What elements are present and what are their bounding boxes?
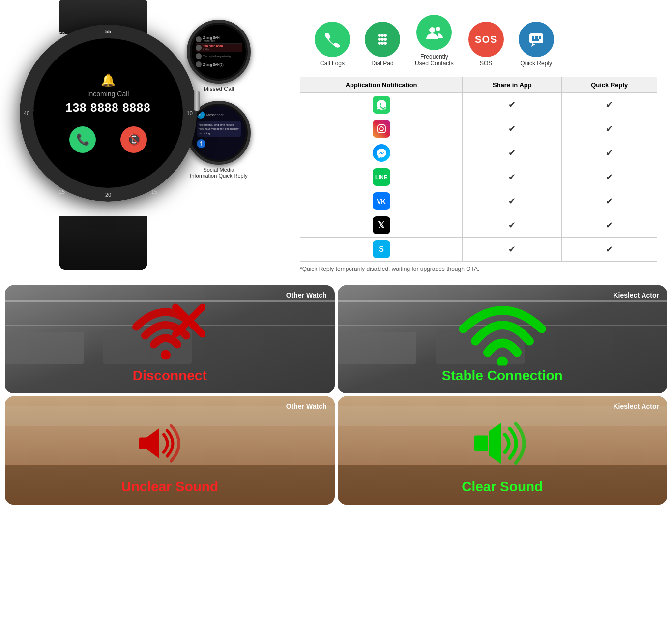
clear-sound-label: Clear Sound xyxy=(462,479,543,495)
speaker-mute-icon xyxy=(132,414,201,475)
table-row: ✔ ✔ xyxy=(300,93,657,117)
svg-point-9 xyxy=(429,27,435,33)
wifi-comparison-row: Other Watch Disconnect xyxy=(5,285,667,393)
top-section: 55 1 50 10 15 20 25 40 N E S W 🔔 Incom xyxy=(0,0,672,282)
svg-point-20 xyxy=(161,350,171,360)
watch-screen: 🔔 Incoming Call 138 8888 8888 📞 📵 xyxy=(33,38,183,188)
notification-table: Application Notification Share in App Qu… xyxy=(300,77,657,262)
table-row: ✔ ✔ xyxy=(300,141,657,165)
call-logs-label: Call Logs xyxy=(320,60,345,67)
incoming-call-label: Incoming Call xyxy=(88,90,129,98)
svg-point-1 xyxy=(381,34,384,37)
instagram-reply-check: ✔ xyxy=(562,117,657,141)
watch-container: 55 1 50 10 15 20 25 40 N E S W 🔔 Incom xyxy=(10,15,206,221)
table-header-reply: Quick Reply xyxy=(562,77,657,93)
whatsapp-share-check: ✔ xyxy=(463,93,562,117)
contacts-icon-item: FrequentlyUsed Contacts xyxy=(415,15,454,67)
table-row: S ✔ ✔ xyxy=(300,238,657,262)
svg-rect-26 xyxy=(474,436,488,451)
table-row: VK ✔ ✔ xyxy=(300,189,657,213)
speaker-comparison-row: Other Watch Unclear Sound xyxy=(5,396,667,505)
x-share-check: ✔ xyxy=(463,213,562,238)
x-reply-check: ✔ xyxy=(562,213,657,238)
quick-reply-icon-item: Quick Reply xyxy=(519,22,554,67)
watch-area: 55 1 50 10 15 20 25 40 N E S W 🔔 Incom xyxy=(5,10,290,277)
svg-rect-25 xyxy=(139,438,148,449)
kieslect-actor-sound-label: Kieslect Actor xyxy=(613,402,659,410)
table-header-share: Share in App xyxy=(463,77,562,93)
svg-point-4 xyxy=(381,38,384,41)
skype-share-check: ✔ xyxy=(463,238,562,262)
stable-wifi-icon xyxy=(458,297,547,368)
accept-call-button[interactable]: 📞 xyxy=(69,126,96,153)
table-row: 𝕏 ✔ ✔ xyxy=(300,213,657,238)
vk-reply-check: ✔ xyxy=(562,189,657,213)
contacts-label: FrequentlyUsed Contacts xyxy=(415,53,454,67)
svg-marker-12 xyxy=(531,43,535,47)
call-logs-icon xyxy=(315,22,350,57)
sos-icon: SOS xyxy=(468,22,504,57)
svg-point-2 xyxy=(384,34,387,37)
other-watch-sound-label: Other Watch xyxy=(286,402,327,410)
line-share-check: ✔ xyxy=(463,165,562,189)
social-media-label: Social MediaInformation Quick Reply xyxy=(190,167,247,179)
phone-number-display: 138 8888 8888 xyxy=(65,101,150,115)
line-logo: LINE xyxy=(373,168,390,186)
watch-bezel: 55 1 50 10 15 20 25 40 N E S W 🔔 Incom xyxy=(20,25,197,202)
line-reply-check: ✔ xyxy=(562,165,657,189)
sos-label: SOS xyxy=(480,60,492,67)
skype-logo: S xyxy=(373,240,390,258)
svg-point-0 xyxy=(378,34,381,37)
messenger-share-check: ✔ xyxy=(463,141,562,165)
instagram-logo xyxy=(373,120,390,138)
missed-call-watch: Zhang SAN Yesterday 138 6888 8888 in thi… xyxy=(187,20,251,92)
call-buttons: 📞 📵 xyxy=(69,126,147,153)
unclear-sound-label: Unclear Sound xyxy=(121,479,218,495)
disconnect-label: Disconnect xyxy=(133,368,207,384)
kieslect-actor-label-1: Kieslect Actor xyxy=(613,291,659,299)
decline-call-button[interactable]: 📵 xyxy=(120,126,147,153)
table-row: LINE ✔ ✔ xyxy=(300,165,657,189)
sos-icon-item: SOS SOS xyxy=(468,22,504,67)
vk-share-check: ✔ xyxy=(463,189,562,213)
whatsapp-reply-check: ✔ xyxy=(562,93,657,117)
vk-logo: VK xyxy=(373,192,390,210)
messenger-logo xyxy=(373,144,390,162)
icons-row: Call Logs Dia xyxy=(300,15,657,67)
other-watch-disconnect-panel: Other Watch Disconnect xyxy=(5,285,335,393)
dial-pad-icon-item: Dial Pad xyxy=(365,22,400,67)
kieslect-actor-connect-panel: Kieslect Actor Stable Connection xyxy=(338,285,668,393)
right-panel: Call Logs Dia xyxy=(290,10,667,277)
table-header-app: Application Notification xyxy=(300,77,463,93)
ota-note: *Quick Reply temporarily disabled, waiti… xyxy=(300,266,657,272)
instagram-share-check: ✔ xyxy=(463,117,562,141)
other-watch-sound-panel: Other Watch Unclear Sound xyxy=(5,396,335,505)
bell-icon: 🔔 xyxy=(101,73,116,87)
svg-rect-15 xyxy=(539,36,541,39)
other-watch-label-1: Other Watch xyxy=(286,291,327,299)
svg-point-18 xyxy=(380,127,383,131)
svg-point-5 xyxy=(384,38,387,41)
kieslect-actor-sound-panel: Kieslect Actor Clear Sound xyxy=(338,396,668,505)
crown-button[interactable] xyxy=(194,91,200,111)
svg-rect-16 xyxy=(532,39,539,41)
svg-point-10 xyxy=(436,27,440,31)
table-row: ✔ ✔ xyxy=(300,117,657,141)
svg-marker-27 xyxy=(489,423,501,464)
svg-rect-14 xyxy=(535,36,538,39)
svg-marker-24 xyxy=(146,429,159,458)
svg-point-7 xyxy=(381,42,384,45)
svg-point-3 xyxy=(378,38,381,41)
dial-pad-label: Dial Pad xyxy=(371,60,393,67)
svg-point-19 xyxy=(383,126,384,127)
dial-pad-icon xyxy=(365,22,400,57)
messenger-reply-check: ✔ xyxy=(562,141,657,165)
whatsapp-logo xyxy=(373,96,390,114)
missed-call-label: Missed Call xyxy=(204,86,234,92)
disconnect-wifi-icon xyxy=(126,300,205,366)
contacts-icon xyxy=(416,15,452,50)
quick-reply-label: Quick Reply xyxy=(520,60,552,67)
strap-bottom xyxy=(59,216,147,270)
x-logo: 𝕏 xyxy=(373,216,390,234)
skype-reply-check: ✔ xyxy=(562,238,657,262)
